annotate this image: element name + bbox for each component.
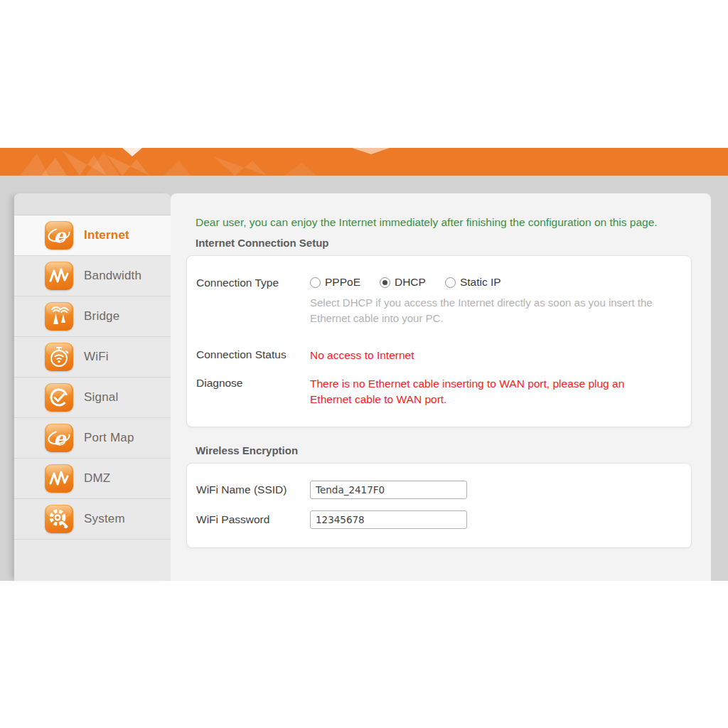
wifi-password-input[interactable] xyxy=(310,510,467,529)
sidebar-item-label: Internet xyxy=(84,228,129,242)
internet-icon: e xyxy=(45,221,73,250)
tenda-logo-faded xyxy=(0,148,427,176)
workspace: e Internet Bandwidth xyxy=(0,176,728,581)
radio-circle-dhcp[interactable] xyxy=(380,277,390,288)
radio-dhcp[interactable]: DHCP xyxy=(380,276,426,289)
sidebar-item-bridge[interactable]: Bridge xyxy=(14,296,171,337)
connection-type-label: Connection Type xyxy=(196,276,310,289)
sidebar-item-dmz[interactable]: DMZ xyxy=(14,459,171,499)
sidebar-item-signal[interactable]: Signal xyxy=(14,378,171,418)
sidebar-item-wifi[interactable]: WiFi xyxy=(14,337,171,378)
diagnose-label: Diagnose xyxy=(196,376,310,390)
radio-static-ip[interactable]: Static IP xyxy=(445,276,501,289)
radio-pppoe[interactable]: PPPoE xyxy=(310,276,360,289)
wireless-encryption-card: WiFi Name (SSID) WiFi Password xyxy=(186,463,692,548)
port-map-icon: e xyxy=(45,424,73,452)
svg-text:e: e xyxy=(53,427,67,449)
welcome-notice: Dear user, you can enjoy the Internet im… xyxy=(196,216,690,229)
sidebar-item-label: System xyxy=(84,512,125,526)
connection-type-row: Connection Type PPPoE DHCP Static IP xyxy=(196,276,677,289)
radio-label: Static IP xyxy=(460,276,501,289)
sidebar-item-port-map[interactable]: e Port Map xyxy=(14,418,171,459)
ssid-label: WiFi Name (SSID) xyxy=(196,481,310,496)
bandwidth-icon xyxy=(45,262,73,290)
radio-label: DHCP xyxy=(395,276,426,289)
dhcp-hint-text: Select DHCP if you access the Internet d… xyxy=(310,295,660,326)
sidebar-item-internet[interactable]: e Internet xyxy=(14,215,171,256)
radio-circle-static-ip[interactable] xyxy=(445,277,456,288)
diagnose-value: There is no Ethernet cable inserting to … xyxy=(310,376,669,408)
top-banner xyxy=(0,148,728,176)
connection-status-label: Connection Status xyxy=(196,348,310,361)
dmz-icon xyxy=(45,464,73,493)
sidebar-item-label: Signal xyxy=(84,390,118,405)
radio-label: PPPoE xyxy=(325,276,360,289)
internet-setup-title: Internet Connection Setup xyxy=(196,237,690,249)
ssid-row: WiFi Name (SSID) xyxy=(196,481,677,499)
wireless-encryption-title: Wireless Encryption xyxy=(196,444,690,456)
svg-text:e: e xyxy=(53,225,67,247)
sidebar-item-label: Bridge xyxy=(84,309,119,323)
sidebar-item-label: Bandwidth xyxy=(84,269,141,283)
radio-circle-pppoe[interactable] xyxy=(310,277,321,288)
sidebar-header xyxy=(14,193,171,215)
ssid-input[interactable] xyxy=(310,481,467,499)
sidebar-item-bandwidth[interactable]: Bandwidth xyxy=(14,256,171,296)
main-panel: Dear user, you can enjoy the Internet im… xyxy=(171,193,711,581)
bridge-icon xyxy=(45,302,73,331)
connection-type-options: PPPoE DHCP Static IP xyxy=(310,276,501,289)
wifi-icon xyxy=(45,343,73,371)
wifi-password-label: WiFi Password xyxy=(196,510,310,526)
connection-status-row: Connection Status No access to Internet xyxy=(196,348,677,363)
wifi-password-row: WiFi Password xyxy=(196,510,677,529)
internet-setup-card: Connection Type PPPoE DHCP Static IP xyxy=(186,255,692,427)
sidebar-item-label: WiFi xyxy=(84,350,109,364)
signal-icon xyxy=(45,383,73,412)
sidebar-item-label: DMZ xyxy=(84,471,110,486)
diagnose-row: Diagnose There is no Ethernet cable inse… xyxy=(196,376,677,408)
sidebar-item-system[interactable]: System xyxy=(14,499,171,540)
connection-status-value: No access to Internet xyxy=(310,348,414,363)
system-icon xyxy=(45,505,73,533)
sidebar-item-label: Port Map xyxy=(84,431,134,445)
sidebar-nav: e Internet Bandwidth xyxy=(14,193,171,581)
